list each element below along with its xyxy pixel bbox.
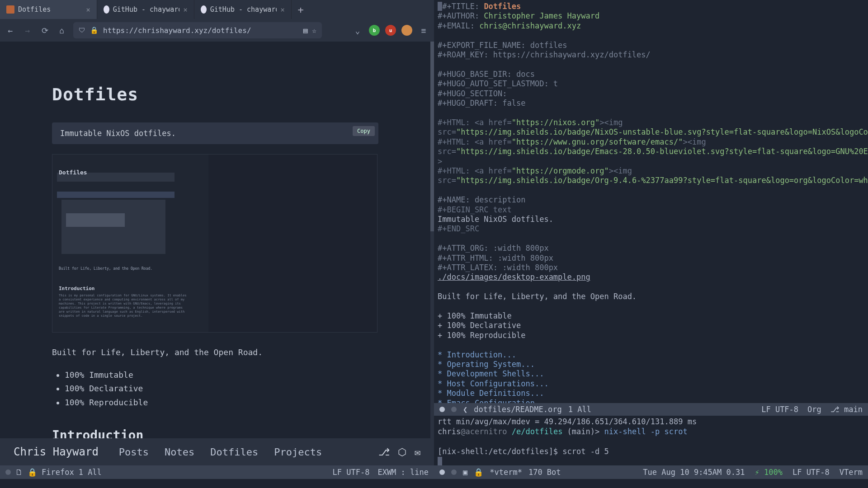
modeline-org: ❮ dotfiles/README.org 1 All LF UTF-8 Org… bbox=[434, 403, 868, 416]
list-item: 100% Declarative bbox=[65, 382, 378, 396]
firefox-window: Dotfiles × GitHub - chayward1/dotf × Git… bbox=[0, 0, 434, 465]
modeline-position: 1 All bbox=[79, 468, 102, 477]
forward-button[interactable]: → bbox=[22, 24, 33, 36]
favicon-icon bbox=[6, 5, 14, 14]
screenshot-image: Dotfiles Built for Life, Liberty, and th… bbox=[52, 154, 377, 333]
close-icon[interactable]: × bbox=[280, 5, 285, 14]
menu-icon[interactable]: ≡ bbox=[418, 24, 429, 36]
lock-icon: 🔒 bbox=[28, 468, 37, 477]
close-icon[interactable]: × bbox=[183, 5, 188, 14]
modeline-firefox: 🗋 🔒 Firefox 1 All LF UTF-8 EXWM : line bbox=[0, 465, 434, 479]
scrollbar-thumb[interactable] bbox=[430, 42, 434, 231]
back-button[interactable]: ← bbox=[5, 24, 16, 36]
tab-label: GitHub - chayward1/dotf bbox=[113, 5, 180, 14]
status-dot-icon bbox=[5, 469, 11, 475]
gitlab-icon[interactable]: ⬡ bbox=[398, 446, 406, 458]
pocket-icon[interactable]: ⌄ bbox=[352, 24, 363, 36]
modeline-buffer-name: *vterm* bbox=[490, 468, 522, 477]
feature-list: 100% Immutable 100% Declarative 100% Rep… bbox=[52, 368, 378, 410]
nav-notes[interactable]: Notes bbox=[165, 446, 194, 458]
chevron-left-icon: ❮ bbox=[463, 405, 467, 414]
git-branch-icon: ⎇ main bbox=[830, 405, 863, 414]
battery-icon: ⚡ 100% bbox=[755, 468, 782, 477]
favicon-icon bbox=[104, 5, 109, 14]
nav-posts[interactable]: Posts bbox=[119, 446, 149, 458]
site-nav: Chris Hayward Posts Notes Dotfiles Proje… bbox=[0, 438, 434, 465]
extension-bitwarden-icon[interactable]: b bbox=[369, 25, 380, 36]
modeline-path: dotfiles/README.org bbox=[474, 405, 561, 414]
lock-icon: 🔒 bbox=[474, 468, 483, 477]
code-text: Immutable NixOS dotfiles. bbox=[60, 129, 176, 138]
modeline-encoding: LF UTF-8 bbox=[793, 468, 830, 477]
status-dot-icon bbox=[439, 407, 445, 412]
file-icon: 🗋 bbox=[15, 468, 23, 477]
tab-label: GitHub - chayward1/dotf bbox=[210, 5, 277, 14]
modeline-position: 170 Bot bbox=[528, 468, 561, 477]
shield-icon[interactable]: 🛡 bbox=[79, 26, 85, 34]
url-bar[interactable]: 🛡 🔒 https://chrishayward.xyz/dotfiles/ ▤… bbox=[73, 22, 322, 38]
new-tab-button[interactable]: + bbox=[292, 0, 310, 19]
copy-button[interactable]: Copy bbox=[353, 126, 375, 136]
mail-icon[interactable]: ✉ bbox=[415, 446, 420, 458]
heading-introduction: Introduction bbox=[52, 428, 378, 438]
github-icon[interactable]: ⎇ bbox=[378, 446, 390, 458]
list-item: 100% Reproducible bbox=[65, 396, 378, 410]
modeline-mode: Org bbox=[807, 405, 821, 414]
nav-dotfiles[interactable]: Dotfiles bbox=[210, 446, 258, 458]
extension-icon[interactable] bbox=[401, 25, 412, 36]
status-dot-icon bbox=[451, 407, 457, 412]
modeline-position: 1 All bbox=[568, 405, 591, 414]
status-dot-icon bbox=[451, 469, 457, 475]
bookmark-star-icon[interactable]: ☆ bbox=[312, 26, 316, 35]
url-text: https://chrishayward.xyz/dotfiles/ bbox=[103, 26, 251, 35]
home-button[interactable]: ⌂ bbox=[56, 24, 68, 36]
lock-icon[interactable]: 🔒 bbox=[90, 26, 99, 34]
modeline-mode: VTerm bbox=[840, 468, 863, 477]
tagline: Built for Life, Liberty, and the Open Ro… bbox=[52, 346, 378, 359]
page-content: Dotfiles Immutable NixOS dotfiles. Copy … bbox=[0, 42, 430, 438]
modeline-vterm: ▣ 🔒 *vterm* 170 Bot Tue Aug 10 9:45AM 0.… bbox=[434, 465, 868, 479]
close-icon[interactable]: × bbox=[86, 5, 90, 14]
page-title: Dotfiles bbox=[52, 84, 378, 104]
code-block: Immutable NixOS dotfiles. Copy bbox=[52, 122, 378, 144]
reader-icon[interactable]: ▤ bbox=[303, 26, 308, 35]
list-item: 100% Immutable bbox=[65, 368, 378, 382]
nav-projects[interactable]: Projects bbox=[274, 446, 322, 458]
status-dot-icon bbox=[439, 469, 445, 475]
modeline-encoding: LF UTF-8 bbox=[333, 468, 370, 477]
modeline-buffer-name: Firefox bbox=[42, 468, 74, 477]
favicon-icon bbox=[201, 5, 207, 14]
site-brand[interactable]: Chris Hayward bbox=[14, 446, 99, 458]
extension-ublock-icon[interactable]: u bbox=[385, 25, 396, 36]
modeline-mode: EXWM : line bbox=[377, 468, 429, 477]
modeline-encoding: LF UTF-8 bbox=[761, 405, 798, 414]
modeline-clock: Tue Aug 10 9:45AM 0.31 bbox=[643, 468, 745, 477]
tab-dotfiles[interactable]: Dotfiles × bbox=[0, 0, 97, 19]
tab-github-1[interactable]: GitHub - chayward1/dotf × bbox=[97, 0, 194, 19]
tab-label: Dotfiles bbox=[18, 5, 51, 14]
terminal-icon: ▣ bbox=[463, 468, 467, 477]
reload-button[interactable]: ⟳ bbox=[39, 24, 51, 36]
tab-bar: Dotfiles × GitHub - chayward1/dotf × Git… bbox=[0, 0, 434, 19]
vterm-buffer[interactable]: rtt min/avg/max/mdev = 49.294/186.651/36… bbox=[434, 416, 868, 465]
org-buffer[interactable]: #+TITLE: Dotfiles #+AUTHOR: Christopher … bbox=[434, 0, 868, 403]
emacs-right-split: #+TITLE: Dotfiles #+AUTHOR: Christopher … bbox=[434, 0, 868, 479]
scrollbar[interactable] bbox=[430, 42, 434, 439]
tab-github-2[interactable]: GitHub - chayward1/dotf × bbox=[194, 0, 292, 19]
browser-toolbar: ← → ⟳ ⌂ 🛡 🔒 https://chrishayward.xyz/dot… bbox=[0, 19, 434, 42]
